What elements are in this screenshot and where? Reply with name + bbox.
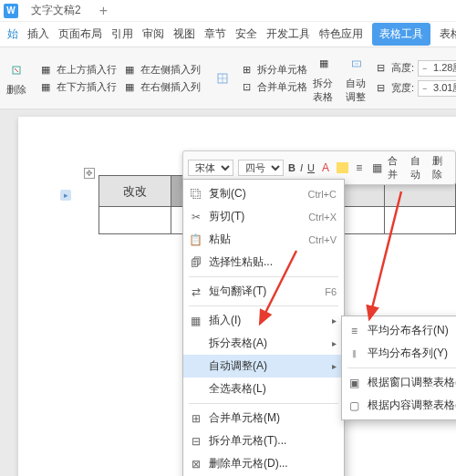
context-menu: ⿻复制(C)Ctrl+C ✂剪切(T)Ctrl+X 📋粘贴Ctrl+V 🗐选择性…: [182, 179, 345, 476]
menu-dev[interactable]: 开发工具: [266, 26, 310, 42]
delete-button[interactable]: 删除: [5, 59, 27, 97]
split-cell-icon: ⊞: [239, 63, 254, 76]
mini-highlight-icon[interactable]: [337, 162, 347, 173]
ctx-insert[interactable]: ▦插入(I)▸: [183, 309, 344, 332]
split-cell-button[interactable]: ⊞拆分单元格: [239, 62, 307, 78]
cell-group-icon[interactable]: [212, 67, 233, 89]
ctx-paste[interactable]: 📋粘贴Ctrl+V: [183, 228, 344, 251]
auto-fit-submenu: ≡平均分布各行(N) ⦀平均分布各列(Y) ▣根据窗口调整表格(W) ▢根据内容…: [341, 316, 456, 420]
translate-icon: ⇄: [189, 285, 202, 298]
menu-special[interactable]: 特色应用: [319, 26, 363, 42]
row-above-icon: ▦: [38, 63, 53, 76]
menu-references[interactable]: 引用: [111, 26, 133, 42]
insert-col-right[interactable]: ▦在右侧插入列: [122, 79, 201, 95]
sub-dist-cols[interactable]: ⦀平均分布各列(Y): [342, 342, 456, 365]
auto-fit-button[interactable]: 自动调整: [346, 53, 368, 104]
del-cell-icon: ⊠: [189, 457, 202, 471]
insert-icon: ▦: [189, 314, 202, 327]
menu-security[interactable]: 安全: [235, 26, 257, 42]
dist-cols-icon: ⦀: [347, 347, 361, 360]
fit-content-icon: ▢: [347, 398, 361, 412]
merge-cell-icon: ⊡: [239, 80, 254, 93]
document-tab[interactable]: 文字文稿2: [24, 1, 88, 20]
ctx-paste-special[interactable]: 🗐选择性粘贴...: [183, 251, 344, 274]
height-control: ⊟ 高度: −1.28厘米+: [373, 59, 456, 78]
side-marker-icon[interactable]: ▸: [60, 190, 71, 201]
delete-icon: [5, 59, 27, 81]
paste-icon: 📋: [189, 233, 202, 246]
new-tab-button[interactable]: +: [99, 3, 108, 19]
width-control: ⊟ 宽度: −3.01厘米+: [373, 79, 456, 98]
menu-table-tools[interactable]: 表格工具: [372, 23, 430, 46]
ctx-merge[interactable]: ⊞合并单元格(M): [183, 407, 344, 429]
insert-row-above[interactable]: ▦在上方插入行: [38, 62, 117, 78]
ctx-delete-cell[interactable]: ⊠删除单元格(D)...: [183, 452, 344, 475]
insert-col-left[interactable]: ▦在左侧插入列: [122, 62, 201, 78]
menu-start[interactable]: 始: [7, 26, 18, 42]
ctx-auto-fit[interactable]: 自动调整(A)▸: [183, 355, 344, 378]
mini-underline[interactable]: U: [307, 162, 315, 173]
mini-color-icon[interactable]: A: [319, 160, 332, 175]
svg-line-1: [15, 68, 18, 72]
title-bar: W 文字文稿2 +: [0, 0, 456, 22]
paste-sp-icon: 🗐: [189, 255, 202, 269]
delete-label: 删除: [6, 83, 26, 97]
table-move-handle[interactable]: ✥: [84, 168, 95, 179]
table-cell[interactable]: [385, 207, 456, 234]
menu-review[interactable]: 审阅: [142, 26, 164, 42]
mini-merge[interactable]: 合并: [388, 154, 406, 181]
split-icon: ⊟: [189, 434, 202, 448]
menu-section[interactable]: 章节: [204, 26, 226, 42]
ctx-translate[interactable]: ⇄短句翻译(T)F6: [183, 280, 344, 303]
mini-grid-icon[interactable]: ▦: [370, 160, 383, 175]
merge-cell-button[interactable]: ⊡合并单元格: [239, 79, 307, 95]
copy-icon: ⿻: [189, 187, 202, 201]
menu-insert[interactable]: 插入: [27, 26, 49, 42]
ctx-split-table[interactable]: 拆分表格(A)▸: [183, 332, 344, 355]
split-table-button[interactable]: ▦ 拆分表格: [313, 53, 335, 104]
mini-delete[interactable]: 删除: [432, 154, 451, 181]
sub-dist-rows[interactable]: ≡平均分布各行(N): [342, 319, 456, 342]
sub-fit-window[interactable]: ▣根据窗口调整表格(W): [342, 371, 456, 394]
mini-auto[interactable]: 自动: [410, 154, 429, 181]
mini-italic[interactable]: I: [300, 162, 303, 173]
ctx-cut[interactable]: ✂剪切(T)Ctrl+X: [183, 205, 344, 228]
menu-bar: 始 插入 页面布局 引用 审阅 视图 章节 安全 开发工具 特色应用 表格工具 …: [0, 22, 456, 47]
col-left-icon: ▦: [122, 63, 137, 76]
grid-icon: [212, 67, 233, 89]
mini-font-select[interactable]: 宋体: [188, 160, 233, 176]
dist-rows-icon: ≡: [347, 324, 361, 337]
mini-size-select[interactable]: 四号: [238, 160, 284, 176]
mini-align-icon[interactable]: ≡: [353, 160, 366, 175]
menu-table-style[interactable]: 表格样式: [440, 26, 456, 42]
menu-layout[interactable]: 页面布局: [58, 26, 102, 42]
cut-icon: ✂: [189, 210, 202, 223]
height-icon: ⊟: [373, 62, 388, 75]
table-cell[interactable]: [99, 207, 171, 234]
menu-view[interactable]: 视图: [173, 26, 195, 42]
col-right-icon: ▦: [122, 80, 137, 93]
merge-icon: ⊞: [189, 411, 202, 425]
height-spinner[interactable]: −1.28厘米+: [418, 60, 456, 77]
ctx-copy[interactable]: ⿻复制(C)Ctrl+C: [183, 182, 344, 205]
sub-fit-content[interactable]: ▢根据内容调整表格(F): [342, 394, 456, 417]
table-cell[interactable]: 改改: [99, 176, 171, 207]
app-icon: W: [4, 4, 18, 18]
ribbon: 删除 ▦在上方插入行 ▦在下方插入行 ▦在左侧插入列 ▦在右侧插入列 ⊞拆分单元…: [0, 47, 456, 109]
width-icon: ⊟: [373, 82, 388, 95]
width-spinner[interactable]: −3.01厘米+: [418, 80, 456, 97]
ctx-split-cell[interactable]: ⊟拆分单元格(T)...: [183, 429, 344, 452]
mini-bold[interactable]: B: [288, 162, 295, 173]
insert-row-below[interactable]: ▦在下方插入行: [38, 79, 117, 95]
row-below-icon: ▦: [38, 80, 53, 93]
ctx-select-all[interactable]: 全选表格(L): [183, 378, 344, 400]
auto-fit-icon: [346, 53, 368, 75]
fit-window-icon: ▣: [347, 376, 361, 389]
split-table-icon: ▦: [313, 53, 335, 75]
